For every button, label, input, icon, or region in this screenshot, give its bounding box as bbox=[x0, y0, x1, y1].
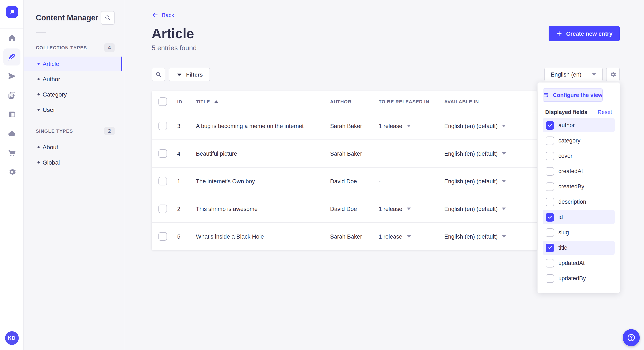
nav-settings-button[interactable] bbox=[3, 163, 20, 180]
collection-types-header: COLLECTION TYPES 4 bbox=[24, 43, 124, 52]
check-icon bbox=[547, 214, 553, 220]
chevron-down-icon bbox=[502, 235, 506, 238]
chevron-down-icon bbox=[502, 153, 506, 155]
filters-label: Filters bbox=[186, 71, 203, 78]
cell-title: The internet's Own boy bbox=[196, 178, 330, 184]
nav-content-type-builder-button[interactable] bbox=[3, 106, 20, 123]
row-checkbox[interactable] bbox=[158, 205, 167, 213]
single-types-header: SINGLE TYPES 2 bbox=[24, 127, 124, 135]
nav-releases-button[interactable] bbox=[3, 68, 20, 85]
nav-deploy-cloud-button[interactable] bbox=[3, 125, 20, 142]
table-row[interactable]: 5 What's inside a Black Hole Sarah Baker… bbox=[152, 223, 537, 250]
row-checkbox[interactable] bbox=[158, 232, 167, 241]
filters-button[interactable]: Filters bbox=[169, 68, 210, 81]
sort-asc-icon bbox=[214, 100, 218, 103]
sidebar-search-button[interactable] bbox=[101, 11, 114, 25]
content-manager-sidebar: Content Manager COLLECTION TYPES 4 Artic… bbox=[24, 0, 124, 350]
table-row[interactable]: 1 The internet's Own boy David Doe - Eng… bbox=[152, 167, 537, 195]
sidebar-item-user[interactable]: User bbox=[24, 103, 122, 117]
sidebar-item-about[interactable]: About bbox=[24, 140, 122, 154]
field-toggle-title[interactable]: title bbox=[543, 241, 614, 255]
field-toggle-cover[interactable]: cover bbox=[543, 149, 614, 163]
cell-releases[interactable]: 1 release bbox=[379, 233, 444, 240]
gear-icon bbox=[610, 71, 616, 78]
cell-locales[interactable]: English (en) (default) bbox=[444, 178, 530, 184]
checkbox-unchecked[interactable] bbox=[546, 197, 554, 206]
field-toggle-createdAt[interactable]: createdAt bbox=[543, 164, 614, 178]
cell-locales[interactable]: English (en) (default) bbox=[444, 151, 530, 157]
table-row[interactable]: 4 Beautiful picture Sarah Baker - Englis… bbox=[152, 140, 537, 167]
checkbox-checked[interactable] bbox=[546, 213, 554, 221]
nav-content-manager-button[interactable] bbox=[3, 48, 20, 65]
search-icon bbox=[104, 14, 111, 21]
select-all-checkbox[interactable] bbox=[158, 97, 167, 106]
field-toggle-category[interactable]: category bbox=[543, 134, 614, 148]
field-toggle-author[interactable]: author bbox=[543, 118, 614, 132]
create-new-entry-button[interactable]: Create new entry bbox=[548, 26, 620, 41]
row-checkbox[interactable] bbox=[158, 150, 167, 158]
field-toggle-description[interactable]: description bbox=[543, 195, 614, 209]
configure-the-view-button[interactable]: Configure the view bbox=[543, 88, 603, 102]
reset-link[interactable]: Reset bbox=[598, 109, 612, 115]
field-toggle-slug[interactable]: slug bbox=[543, 225, 614, 239]
paper-plane-icon bbox=[8, 72, 16, 80]
cell-title: A bug is becoming a meme on the internet bbox=[196, 123, 330, 129]
section-label: SINGLE TYPES bbox=[36, 128, 73, 134]
back-link[interactable]: Back bbox=[152, 11, 174, 18]
cell-author: Sarah Baker bbox=[330, 123, 379, 129]
checkbox-checked[interactable] bbox=[546, 121, 554, 130]
checkbox-unchecked[interactable] bbox=[546, 152, 554, 160]
column-header-id[interactable]: ID bbox=[177, 99, 196, 104]
help-button[interactable] bbox=[623, 329, 640, 346]
cell-releases[interactable]: 1 release bbox=[379, 123, 444, 129]
sidebar-item-article[interactable]: Article bbox=[24, 57, 122, 71]
row-checkbox[interactable] bbox=[158, 177, 167, 186]
cell-locales[interactable]: English (en) (default) bbox=[444, 233, 530, 240]
column-header-releases[interactable]: TO BE RELEASED IN bbox=[379, 99, 444, 104]
nav-marketplace-button[interactable] bbox=[3, 144, 20, 161]
checkbox-unchecked[interactable] bbox=[546, 228, 554, 237]
cell-locales[interactable]: English (en) (default) bbox=[444, 206, 530, 212]
nav-media-library-button[interactable] bbox=[3, 87, 20, 104]
column-header-available-in[interactable]: AVAILABLE IN bbox=[444, 99, 530, 104]
checkbox-unchecked[interactable] bbox=[546, 167, 554, 175]
cell-id: 3 bbox=[177, 123, 196, 129]
single-types-count-badge: 2 bbox=[104, 127, 114, 135]
sidebar-item-author[interactable]: Author bbox=[24, 72, 122, 86]
field-toggle-createdBy[interactable]: createdBy bbox=[543, 179, 614, 193]
checkbox-unchecked[interactable] bbox=[546, 136, 554, 145]
field-toggle-updatedBy[interactable]: updatedBy bbox=[543, 271, 614, 285]
rail-divider bbox=[0, 28, 24, 28]
arrow-left-icon bbox=[152, 11, 158, 18]
single-types-list: About Global bbox=[24, 139, 124, 169]
main-content: Back Article Create new entry 5 entries … bbox=[124, 0, 644, 350]
checkbox-unchecked[interactable] bbox=[546, 182, 554, 191]
entries-table: ID TITLE AUTHOR TO BE RELEASED IN AVAILA… bbox=[152, 91, 537, 250]
column-header-title[interactable]: TITLE bbox=[196, 99, 330, 104]
sidebar-item-category[interactable]: Category bbox=[24, 87, 122, 101]
locale-value: English (en) bbox=[551, 71, 582, 78]
cell-releases[interactable]: 1 release bbox=[379, 206, 444, 212]
checkbox-checked[interactable] bbox=[546, 243, 554, 252]
field-toggle-id[interactable]: id bbox=[543, 210, 614, 224]
locale-select[interactable]: English (en) bbox=[544, 68, 603, 81]
checkbox-unchecked[interactable] bbox=[546, 274, 554, 283]
field-toggle-updatedAt[interactable]: updatedAt bbox=[543, 256, 614, 270]
cell-locales[interactable]: English (en) (default) bbox=[444, 123, 530, 129]
avatar-initials: KD bbox=[8, 335, 16, 341]
nav-home-button[interactable] bbox=[3, 29, 20, 46]
media-library-icon bbox=[8, 91, 16, 100]
checkbox-unchecked[interactable] bbox=[546, 259, 554, 267]
sidebar-item-global[interactable]: Global bbox=[24, 155, 122, 169]
row-checkbox[interactable] bbox=[158, 122, 167, 130]
table-row[interactable]: 2 This shrimp is awesome David Doe 1 rel… bbox=[152, 195, 537, 223]
view-settings-button[interactable] bbox=[606, 68, 620, 81]
table-row[interactable]: 3 A bug is becoming a meme on the intern… bbox=[152, 112, 537, 140]
column-header-author[interactable]: AUTHOR bbox=[330, 99, 379, 104]
table-search-button[interactable] bbox=[152, 68, 165, 81]
section-label: COLLECTION TYPES bbox=[36, 45, 87, 50]
strapi-logo[interactable] bbox=[6, 6, 18, 18]
rail-nav bbox=[3, 29, 20, 180]
user-avatar[interactable]: KD bbox=[5, 331, 18, 345]
cell-author: Sarah Baker bbox=[330, 233, 379, 240]
